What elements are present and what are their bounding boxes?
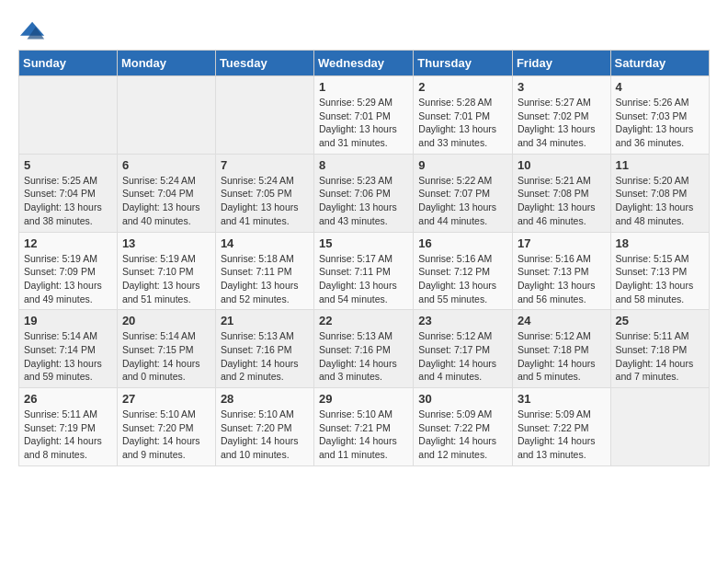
calendar-week-row: 12Sunrise: 5:19 AM Sunset: 7:09 PM Dayli… bbox=[19, 232, 710, 310]
calendar-cell: 17Sunrise: 5:16 AM Sunset: 7:13 PM Dayli… bbox=[512, 232, 610, 310]
day-info: Sunrise: 5:19 AM Sunset: 7:09 PM Dayligh… bbox=[24, 252, 112, 306]
calendar-cell: 7Sunrise: 5:24 AM Sunset: 7:05 PM Daylig… bbox=[215, 154, 313, 232]
day-number: 16 bbox=[418, 236, 507, 250]
calendar-cell: 22Sunrise: 5:13 AM Sunset: 7:16 PM Dayli… bbox=[314, 310, 414, 388]
day-number: 11 bbox=[616, 158, 704, 172]
calendar-cell bbox=[19, 76, 118, 155]
calendar-cell: 20Sunrise: 5:14 AM Sunset: 7:15 PM Dayli… bbox=[117, 310, 215, 388]
day-info: Sunrise: 5:18 AM Sunset: 7:11 PM Dayligh… bbox=[221, 252, 309, 306]
calendar-cell: 18Sunrise: 5:15 AM Sunset: 7:13 PM Dayli… bbox=[610, 232, 709, 310]
day-info: Sunrise: 5:26 AM Sunset: 7:03 PM Dayligh… bbox=[616, 96, 704, 150]
calendar-cell: 21Sunrise: 5:13 AM Sunset: 7:16 PM Dayli… bbox=[215, 310, 313, 388]
calendar-cell: 29Sunrise: 5:10 AM Sunset: 7:21 PM Dayli… bbox=[314, 388, 414, 466]
calendar-cell: 26Sunrise: 5:11 AM Sunset: 7:19 PM Dayli… bbox=[19, 388, 118, 466]
day-info: Sunrise: 5:27 AM Sunset: 7:02 PM Dayligh… bbox=[518, 96, 606, 150]
day-number: 19 bbox=[24, 314, 112, 327]
calendar-cell bbox=[117, 76, 215, 155]
day-info: Sunrise: 5:23 AM Sunset: 7:06 PM Dayligh… bbox=[319, 174, 408, 228]
calendar-cell: 3Sunrise: 5:27 AM Sunset: 7:02 PM Daylig… bbox=[512, 76, 610, 155]
calendar-table: SundayMondayTuesdayWednesdayThursdayFrid… bbox=[18, 50, 710, 466]
day-number: 6 bbox=[122, 158, 210, 172]
day-number: 4 bbox=[616, 80, 704, 94]
calendar-cell: 13Sunrise: 5:19 AM Sunset: 7:10 PM Dayli… bbox=[117, 232, 215, 310]
day-number: 17 bbox=[518, 236, 606, 250]
logo-icon bbox=[20, 18, 46, 44]
day-info: Sunrise: 5:10 AM Sunset: 7:20 PM Dayligh… bbox=[221, 408, 309, 462]
day-number: 31 bbox=[518, 392, 606, 406]
day-number: 1 bbox=[319, 80, 408, 94]
day-number: 21 bbox=[221, 314, 309, 327]
day-number: 9 bbox=[418, 158, 507, 172]
calendar-cell: 31Sunrise: 5:09 AM Sunset: 7:22 PM Dayli… bbox=[512, 388, 610, 466]
day-number: 20 bbox=[122, 314, 210, 327]
day-info: Sunrise: 5:13 AM Sunset: 7:16 PM Dayligh… bbox=[319, 329, 408, 384]
calendar-cell: 24Sunrise: 5:12 AM Sunset: 7:18 PM Dayli… bbox=[512, 310, 610, 388]
page-header bbox=[18, 18, 710, 40]
calendar-cell: 12Sunrise: 5:19 AM Sunset: 7:09 PM Dayli… bbox=[19, 232, 118, 310]
day-info: Sunrise: 5:09 AM Sunset: 7:22 PM Dayligh… bbox=[418, 408, 507, 462]
calendar-cell: 2Sunrise: 5:28 AM Sunset: 7:01 PM Daylig… bbox=[414, 76, 513, 155]
calendar-cell: 6Sunrise: 5:24 AM Sunset: 7:04 PM Daylig… bbox=[117, 154, 215, 232]
day-number: 10 bbox=[518, 158, 606, 172]
day-number: 2 bbox=[418, 80, 507, 94]
day-number: 12 bbox=[24, 236, 112, 250]
day-number: 26 bbox=[24, 392, 112, 406]
calendar-cell: 16Sunrise: 5:16 AM Sunset: 7:12 PM Dayli… bbox=[414, 232, 513, 310]
day-info: Sunrise: 5:14 AM Sunset: 7:14 PM Dayligh… bbox=[24, 329, 112, 384]
calendar-cell: 23Sunrise: 5:12 AM Sunset: 7:17 PM Dayli… bbox=[414, 310, 513, 388]
day-number: 22 bbox=[319, 314, 408, 327]
calendar-cell bbox=[610, 388, 709, 466]
day-info: Sunrise: 5:15 AM Sunset: 7:13 PM Dayligh… bbox=[616, 252, 704, 306]
day-info: Sunrise: 5:21 AM Sunset: 7:08 PM Dayligh… bbox=[518, 174, 606, 228]
day-info: Sunrise: 5:24 AM Sunset: 7:04 PM Dayligh… bbox=[122, 174, 210, 228]
calendar-cell: 14Sunrise: 5:18 AM Sunset: 7:11 PM Dayli… bbox=[215, 232, 313, 310]
day-info: Sunrise: 5:16 AM Sunset: 7:13 PM Dayligh… bbox=[518, 252, 606, 306]
calendar-cell: 28Sunrise: 5:10 AM Sunset: 7:20 PM Dayli… bbox=[215, 388, 313, 466]
day-info: Sunrise: 5:11 AM Sunset: 7:19 PM Dayligh… bbox=[24, 408, 112, 462]
day-info: Sunrise: 5:25 AM Sunset: 7:04 PM Dayligh… bbox=[24, 174, 112, 228]
day-number: 13 bbox=[122, 236, 210, 250]
weekday-header-monday: Monday bbox=[117, 51, 215, 76]
day-number: 30 bbox=[418, 392, 507, 406]
day-number: 3 bbox=[518, 80, 606, 94]
calendar-cell: 5Sunrise: 5:25 AM Sunset: 7:04 PM Daylig… bbox=[19, 154, 118, 232]
calendar-cell: 19Sunrise: 5:14 AM Sunset: 7:14 PM Dayli… bbox=[19, 310, 118, 388]
calendar-week-row: 5Sunrise: 5:25 AM Sunset: 7:04 PM Daylig… bbox=[19, 154, 710, 232]
day-info: Sunrise: 5:29 AM Sunset: 7:01 PM Dayligh… bbox=[319, 96, 408, 150]
day-number: 24 bbox=[518, 314, 606, 327]
day-number: 15 bbox=[319, 236, 408, 250]
day-number: 7 bbox=[221, 158, 309, 172]
day-info: Sunrise: 5:10 AM Sunset: 7:20 PM Dayligh… bbox=[122, 408, 210, 462]
calendar-cell: 27Sunrise: 5:10 AM Sunset: 7:20 PM Dayli… bbox=[117, 388, 215, 466]
day-info: Sunrise: 5:17 AM Sunset: 7:11 PM Dayligh… bbox=[319, 252, 408, 306]
day-info: Sunrise: 5:10 AM Sunset: 7:21 PM Dayligh… bbox=[319, 408, 408, 462]
calendar-cell: 8Sunrise: 5:23 AM Sunset: 7:06 PM Daylig… bbox=[314, 154, 414, 232]
day-number: 25 bbox=[616, 314, 704, 327]
day-info: Sunrise: 5:28 AM Sunset: 7:01 PM Dayligh… bbox=[418, 96, 507, 150]
calendar-week-row: 19Sunrise: 5:14 AM Sunset: 7:14 PM Dayli… bbox=[19, 310, 710, 388]
day-number: 27 bbox=[122, 392, 210, 406]
day-number: 29 bbox=[319, 392, 408, 406]
day-number: 23 bbox=[418, 314, 507, 327]
calendar-cell bbox=[215, 76, 313, 155]
day-number: 8 bbox=[319, 158, 408, 172]
day-number: 14 bbox=[221, 236, 309, 250]
weekday-header-friday: Friday bbox=[512, 51, 610, 76]
day-number: 5 bbox=[24, 158, 112, 172]
calendar-cell: 1Sunrise: 5:29 AM Sunset: 7:01 PM Daylig… bbox=[314, 76, 414, 155]
weekday-header-tuesday: Tuesday bbox=[215, 51, 313, 76]
day-info: Sunrise: 5:22 AM Sunset: 7:07 PM Dayligh… bbox=[418, 174, 507, 228]
calendar-week-row: 26Sunrise: 5:11 AM Sunset: 7:19 PM Dayli… bbox=[19, 388, 710, 466]
calendar-cell: 25Sunrise: 5:11 AM Sunset: 7:18 PM Dayli… bbox=[610, 310, 709, 388]
calendar-cell: 30Sunrise: 5:09 AM Sunset: 7:22 PM Dayli… bbox=[414, 388, 513, 466]
day-info: Sunrise: 5:13 AM Sunset: 7:16 PM Dayligh… bbox=[221, 329, 309, 384]
day-info: Sunrise: 5:11 AM Sunset: 7:18 PM Dayligh… bbox=[616, 329, 704, 384]
day-info: Sunrise: 5:24 AM Sunset: 7:05 PM Dayligh… bbox=[221, 174, 309, 228]
calendar-cell: 10Sunrise: 5:21 AM Sunset: 7:08 PM Dayli… bbox=[512, 154, 610, 232]
calendar-week-row: 1Sunrise: 5:29 AM Sunset: 7:01 PM Daylig… bbox=[19, 76, 710, 155]
weekday-header-wednesday: Wednesday bbox=[314, 51, 414, 76]
weekday-header-sunday: Sunday bbox=[19, 51, 118, 76]
day-info: Sunrise: 5:09 AM Sunset: 7:22 PM Dayligh… bbox=[518, 408, 606, 462]
day-info: Sunrise: 5:19 AM Sunset: 7:10 PM Dayligh… bbox=[122, 252, 210, 306]
calendar-cell: 11Sunrise: 5:20 AM Sunset: 7:08 PM Dayli… bbox=[610, 154, 709, 232]
